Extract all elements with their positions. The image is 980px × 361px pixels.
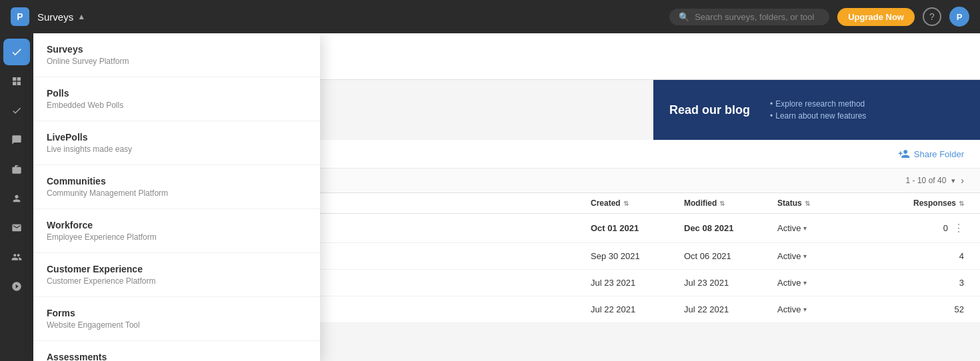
row-responses-2: 4 — [884, 251, 964, 261]
row-created-2: Sep 30 2021 — [591, 251, 684, 261]
upgrade-button[interactable]: Upgrade Now — [837, 8, 915, 26]
row-modified-3: Jul 23 2021 — [684, 278, 777, 288]
sidebar-item-group[interactable] — [3, 244, 30, 270]
status-chevron-3[interactable]: ▾ — [803, 279, 807, 286]
product-dropdown-menu: Surveys Online Survey Platform Polls Emb… — [33, 33, 320, 361]
col-header-created[interactable]: Created ⇅ — [591, 198, 684, 208]
row-status-4: Active ▾ — [777, 304, 884, 314]
row-created-1: Oct 01 2021 — [591, 223, 684, 233]
blog-link-2[interactable]: • Learn about new features — [770, 111, 866, 121]
menu-item-assessments[interactable]: Assessments Vendor Risk Management — [33, 341, 320, 361]
sidebar-item-grid[interactable] — [3, 68, 30, 95]
col-header-status[interactable]: Status ⇅ — [777, 198, 884, 208]
search-input[interactable] — [695, 12, 815, 22]
row-modified-4: Jul 22 2021 — [684, 304, 777, 314]
sidebar-item-person[interactable] — [3, 185, 30, 212]
pagination: 1 - 10 of 40 ▾ › — [906, 175, 964, 186]
modified-sort-icon: ⇅ — [719, 200, 725, 207]
app-title[interactable]: Surveys ▲ — [37, 11, 85, 23]
pagination-label: 1 - 10 of 40 — [906, 176, 947, 185]
col-header-responses[interactable]: Responses ⇅ — [884, 198, 964, 208]
menu-item-livepolls[interactable]: LivePolls Live insights made easy — [33, 121, 320, 165]
help-button[interactable]: ? — [923, 7, 941, 26]
row-created-4: Jul 22 2021 — [591, 304, 684, 314]
row-responses-4: 52 — [884, 304, 964, 314]
sidebar-item-message[interactable] — [3, 214, 30, 241]
title-chevron-icon: ▲ — [77, 12, 85, 21]
sidebar-item-chat[interactable] — [3, 127, 30, 153]
menu-item-cx[interactable]: Customer Experience Customer Experience … — [33, 253, 320, 297]
user-avatar[interactable]: P — [949, 7, 969, 27]
blog-banner-links: • Explore research method • Learn about … — [770, 99, 866, 121]
sidebar-item-people[interactable] — [3, 273, 30, 300]
row-modified-1: Dec 08 2021 — [684, 223, 777, 233]
share-folder-button[interactable]: Share Folder — [898, 148, 964, 160]
row-modified-2: Oct 06 2021 — [684, 251, 777, 261]
pagination-dropdown-icon[interactable]: ▾ — [951, 177, 955, 185]
row-menu-1[interactable]: ⋮ — [953, 222, 964, 234]
status-sort-icon: ⇅ — [805, 200, 810, 207]
menu-item-workforce[interactable]: Workforce Employee Experience Platform — [33, 209, 320, 253]
search-icon: 🔍 — [679, 12, 689, 22]
row-status-2: Active ▾ — [777, 251, 884, 261]
blog-banner[interactable]: Read our blog • Explore research method … — [653, 80, 980, 140]
status-chevron-2[interactable]: ▾ — [803, 252, 807, 260]
blog-link-1[interactable]: • Explore research method — [770, 99, 866, 109]
sidebar-item-check[interactable] — [3, 97, 30, 124]
status-chevron-1[interactable]: ▾ — [803, 224, 807, 232]
share-icon — [898, 148, 910, 160]
status-chevron-4[interactable]: ▾ — [803, 306, 807, 313]
row-created-3: Jul 23 2021 — [591, 278, 684, 288]
app-logo: P — [11, 7, 29, 26]
created-sort-icon: ⇅ — [623, 200, 629, 207]
sidebar-item-briefcase[interactable] — [3, 156, 30, 182]
responses-sort-icon: ⇅ — [959, 200, 964, 207]
left-sidebar — [0, 33, 33, 361]
col-header-modified[interactable]: Modified ⇅ — [684, 198, 777, 208]
menu-item-surveys[interactable]: Surveys Online Survey Platform — [33, 33, 320, 77]
menu-item-communities[interactable]: Communities Community Management Platfor… — [33, 165, 320, 209]
sidebar-item-surveys[interactable] — [3, 39, 30, 65]
row-status-3: Active ▾ — [777, 278, 884, 288]
search-box: 🔍 — [669, 9, 829, 25]
row-status-1: Active ▾ — [777, 223, 884, 233]
top-navigation: P Surveys ▲ 🔍 Upgrade Now ? P — [0, 0, 980, 33]
menu-item-forms[interactable]: Forms Website Engagement Tool — [33, 297, 320, 341]
share-folder-label: Share Folder — [914, 149, 964, 159]
pagination-next-icon[interactable]: › — [961, 175, 964, 186]
row-responses-3: 3 — [884, 278, 964, 288]
blog-banner-title: Read our blog — [669, 103, 750, 117]
row-responses-1: 0 ⋮ — [884, 222, 964, 234]
menu-item-polls[interactable]: Polls Embedded Web Polls — [33, 77, 320, 121]
